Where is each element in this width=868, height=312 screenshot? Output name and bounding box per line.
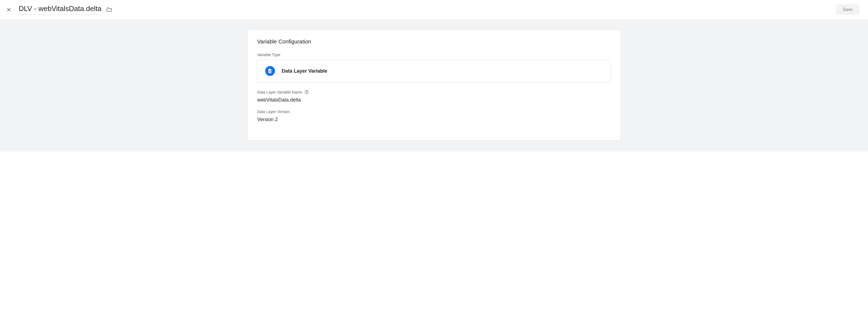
data-layer-variable-icon (265, 66, 275, 76)
header-left: DLV - webVitalsData.delta (5, 4, 113, 15)
close-button[interactable] (5, 6, 12, 13)
variable-name-group: Data Layer Variable Name webVitalsData.d… (257, 90, 611, 103)
folder-icon (106, 7, 112, 13)
card-title: Variable Configuration (257, 38, 611, 45)
svg-point-6 (307, 93, 307, 93)
variable-name-label: Data Layer Variable Name (257, 90, 611, 94)
content-area: Variable Configuration Variable Type Dat… (0, 20, 868, 152)
close-icon (6, 7, 11, 12)
variable-name-value: webVitalsData.delta (257, 97, 611, 103)
version-value: Version 2 (257, 117, 611, 122)
variable-type-selector[interactable]: Data Layer Variable (257, 60, 611, 82)
version-label: Data Layer Version (257, 110, 611, 114)
svg-rect-3 (269, 71, 271, 71)
svg-rect-4 (269, 72, 270, 72)
version-group: Data Layer Version Version 2 (257, 110, 611, 122)
variable-type-label: Variable Type (257, 53, 611, 57)
title-wrap: DLV - webVitalsData.delta (19, 4, 113, 15)
header-bar: DLV - webVitalsData.delta Save (0, 0, 868, 20)
document-icon (268, 68, 273, 73)
svg-rect-2 (269, 71, 271, 71)
variable-configuration-card: Variable Configuration Variable Type Dat… (247, 29, 621, 141)
variable-title-input[interactable]: DLV - webVitalsData.delta (19, 4, 101, 15)
variable-type-value: Data Layer Variable (282, 68, 327, 74)
variable-name-label-text: Data Layer Variable Name (257, 90, 302, 94)
variable-name-help-button[interactable] (305, 90, 309, 94)
help-icon (305, 90, 309, 94)
folder-button[interactable] (106, 6, 113, 13)
save-button[interactable]: Save (836, 4, 859, 15)
